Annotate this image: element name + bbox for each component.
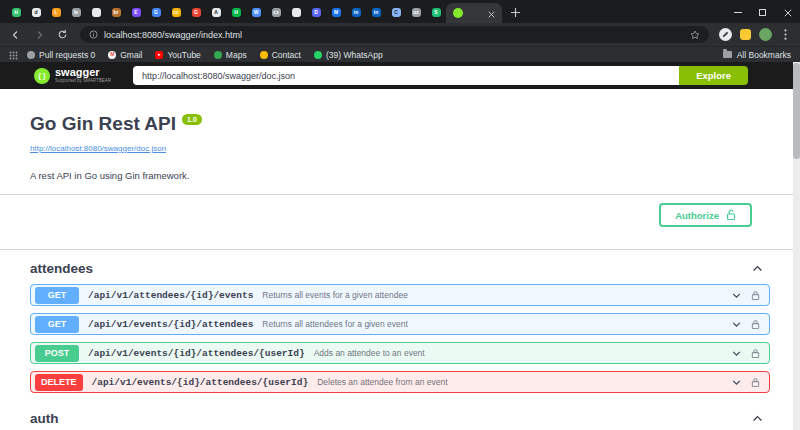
browser-tab[interactable]: M [326,3,346,22]
maximize-button[interactable] [750,2,775,23]
lock-icon[interactable] [751,377,760,388]
lock-icon[interactable] [751,319,760,330]
bookmark-item[interactable]: (39) WhatsApp [314,50,383,60]
browser-tab[interactable]: cz [266,3,286,22]
chevron-down-icon[interactable] [731,377,742,388]
browser-tab[interactable]: C [386,3,406,22]
api-description: A rest API in Go using Gin framework. [30,170,770,181]
chevron-down-icon[interactable] [731,319,742,330]
browser-tab[interactable] [286,3,306,22]
bookmark-item[interactable]: ▸YouTube [155,50,200,60]
browser-tab[interactable]: in [346,3,366,22]
spec-url-input[interactable] [133,66,679,85]
browser-tab[interactable]: L [46,3,66,22]
scrollbar-thumb[interactable] [793,63,800,159]
bookmark-favicon-icon: M [108,51,116,59]
tab-favicon-icon: d [32,8,41,17]
close-window-button[interactable] [775,2,800,23]
tab-favicon-icon: L [52,8,61,17]
refresh-button[interactable] [53,26,71,44]
site-info-icon[interactable] [89,30,98,39]
browser-tab[interactable]: G [146,3,166,22]
browser-tab[interactable]: D [306,3,326,22]
lock-icon[interactable] [751,348,760,359]
browser-tab[interactable]: br [106,3,126,22]
browser-tab[interactable]: H [226,3,246,22]
profile-button[interactable] [758,27,773,42]
bookmark-label: (39) WhatsApp [326,50,383,60]
tab-favicon-icon: uz [412,8,421,17]
section-header[interactable]: auth [30,400,770,430]
lock-icon[interactable] [751,290,760,301]
extension-icon [740,29,751,40]
operation-row[interactable]: POST/api/v1/events/{id}/attendees/{userI… [30,342,770,364]
authorize-button[interactable]: Authorize [659,203,752,227]
address-bar[interactable]: localhost:8080/swagger/index.html [80,26,709,43]
spec-link[interactable]: http://localhost:8080/swagger/doc.json [30,144,166,153]
browser-window: HdLlebrEGccGAHWczDMininCuzS [0,0,800,430]
minimize-button[interactable] [725,2,750,23]
tab-favicon-icon: D [312,8,321,17]
browser-tab[interactable]: uz [406,3,426,22]
browser-tab[interactable]: W [246,3,266,22]
all-bookmarks-button[interactable]: All Bookmarks [723,50,791,60]
bookmark-item[interactable]: MGmail [108,50,142,60]
swagger-logo-subtext: Supported by SMARTBEAR [55,79,111,84]
apps-grid-button[interactable] [9,46,18,64]
close-tab-icon[interactable] [488,4,495,22]
page-scrollbar[interactable] [793,62,800,430]
tab-favicon-icon: E [132,8,141,17]
page-title: Go Gin Rest API 1.0 [30,113,770,135]
bookmark-star-icon[interactable] [690,30,700,40]
back-button[interactable] [7,26,25,44]
tab-favicon-icon: in [352,8,361,17]
section-header[interactable]: attendees [30,250,770,284]
browser-tab[interactable]: H [6,3,26,22]
edit-extension-button[interactable] [718,27,733,42]
browser-tab[interactable]: E [126,3,146,22]
explore-button[interactable]: Explore [679,66,748,85]
tab-favicon-icon: H [232,8,241,17]
all-bookmarks-label: All Bookmarks [737,50,791,60]
chevron-up-icon[interactable] [751,262,764,275]
browser-tab[interactable]: G [186,3,206,22]
browser-tab[interactable]: le [66,3,86,22]
bookmark-item[interactable]: Pull requests 0 [27,50,95,60]
forward-button[interactable] [30,26,48,44]
new-tab-button[interactable] [505,3,525,22]
swagger-logo-icon: { } [34,68,50,84]
browser-menu-button[interactable] [778,27,793,42]
api-info: Go Gin Rest API 1.0 http://localhost:808… [30,89,770,181]
window-controls [725,2,800,23]
tab-favicon-icon: W [252,8,261,17]
tab-favicon-icon: A [212,8,221,17]
browser-tab[interactable]: d [26,3,46,22]
api-sections: attendeesGET/api/v1/attendees/{id}/event… [30,250,770,430]
extension-button[interactable] [738,27,753,42]
method-badge: GET [35,316,79,333]
active-tab[interactable] [446,3,502,23]
browser-tab[interactable]: A [206,3,226,22]
chevron-down-icon[interactable] [731,290,742,301]
bookmark-favicon-icon: ▸ [155,51,163,59]
bookmark-favicon-icon [214,51,222,59]
folder-icon [723,51,732,58]
operation-row[interactable]: DELETE/api/v1/events/{id}/attendees/{use… [30,371,770,393]
browser-tab[interactable] [86,3,106,22]
browser-tab[interactable]: in [366,3,386,22]
bookmark-item[interactable]: Contact [260,50,301,60]
browser-tab[interactable]: cc [166,3,186,22]
chevron-down-icon[interactable] [731,348,742,359]
operation-summary: Deletes an attendee from an event [317,377,447,387]
forward-icon [34,30,44,40]
bookmark-item[interactable]: Maps [214,50,247,60]
tab-favicon-icon: br [112,8,121,17]
browser-tab[interactable]: S [426,3,446,22]
bookmark-label: Contact [272,50,301,60]
bookmark-favicon-icon [27,51,35,59]
chevron-up-icon[interactable] [751,412,764,425]
address-text[interactable]: localhost:8080/swagger/index.html [104,30,684,40]
operation-row[interactable]: GET/api/v1/events/{id}/attendeesReturns … [30,313,770,335]
operation-row[interactable]: GET/api/v1/attendees/{id}/eventsReturns … [30,284,770,306]
authorize-label: Authorize [675,210,719,221]
